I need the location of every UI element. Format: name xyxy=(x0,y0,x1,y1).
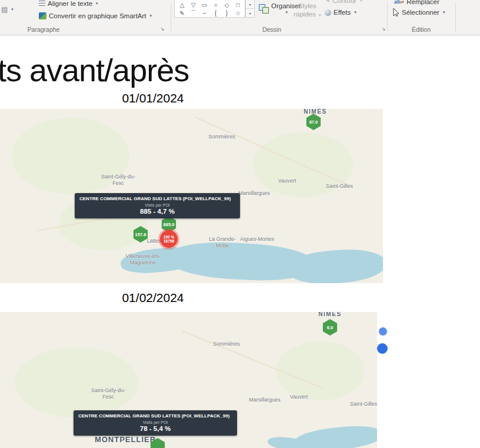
shape-glyph-icon[interactable]: ○ xyxy=(210,1,221,9)
effets-label: Effets xyxy=(334,9,351,16)
shape-glyph-icon[interactable]: } xyxy=(221,9,232,17)
chevron-down-icon: ▾ xyxy=(443,10,445,15)
shape-glyph-icon[interactable]: ▭ xyxy=(199,1,210,9)
effets-button[interactable]: Effets ▾ xyxy=(325,9,356,16)
chevron-down-icon: ▾ xyxy=(285,10,288,15)
slide-title[interactable]: ts avant/après xyxy=(0,52,189,88)
group-separator xyxy=(387,2,388,32)
shapes-row: △▽▭○◇□ xyxy=(175,1,245,9)
application-window: ▤ ▾ Aligner le texte ▾ Convertir en grap… xyxy=(0,0,480,448)
smartart-label: Convertir en graphique SmartArt xyxy=(49,12,146,19)
map-place-label: Lattes xyxy=(147,238,162,244)
remplacer-button[interactable]: ab Remplacer xyxy=(394,0,439,5)
dialog-launcher-icon[interactable]: ↘ xyxy=(381,26,386,32)
poi-hex-marker[interactable]: 87.0 xyxy=(306,114,321,130)
align-text-button[interactable]: Aligner le texte ▾ xyxy=(39,0,98,7)
map-place-label: Vauvert xyxy=(278,178,296,184)
vegetation-area xyxy=(15,347,138,418)
remplacer-label: Remplacer xyxy=(406,0,439,5)
styles-rapides-label-1: Styles xyxy=(298,2,316,10)
shape-glyph-icon[interactable]: ☆ xyxy=(232,9,244,17)
shape-glyph-icon[interactable]: ✎ xyxy=(176,9,188,17)
gallery-more-icon[interactable]: ▾ xyxy=(246,8,254,17)
dialog-launcher-icon[interactable]: ↘ xyxy=(159,26,165,32)
tooltip-value: 78 - 5,4 % xyxy=(78,425,232,432)
align-text-label: Aligner le texte xyxy=(48,0,92,7)
group-label-edition: Édition xyxy=(392,26,451,33)
selectionner-button[interactable]: Sélectionner ▾ xyxy=(393,8,445,16)
chevron-down-icon: ▾ xyxy=(354,10,356,15)
map-place-label: Marsillargues xyxy=(249,397,281,403)
replace-icon: ab xyxy=(394,0,404,5)
scroll-down-icon[interactable]: ▾ xyxy=(246,1,254,9)
map-control-button[interactable] xyxy=(379,327,387,336)
selectionner-label: Sélectionner xyxy=(402,9,439,16)
poi-tooltip: CENTRE COMMERCIAL GRAND SUD LATTES (POI_… xyxy=(75,193,240,218)
shape-glyph-icon[interactable]: ⌒ xyxy=(188,9,199,17)
chevron-down-icon: ▾ xyxy=(96,1,98,6)
map-place-label: Marsillargues xyxy=(238,190,270,197)
align-text-icon xyxy=(39,1,45,6)
contour-button[interactable]: ✎ Contour ▾ xyxy=(325,0,362,4)
ribbon: ▤ ▾ Aligner le texte ▾ Convertir en grap… xyxy=(0,0,480,35)
chevron-down-icon: ▾ xyxy=(319,13,321,17)
effects-icon xyxy=(325,9,331,16)
map-image-before[interactable]: NIMESSommièresSaint-Gély-du-FescVauvertS… xyxy=(0,109,383,283)
group-label-dessin: Dessin xyxy=(242,26,301,33)
map-city-label: NIMES xyxy=(304,109,327,115)
map-place-label: Aigues-Mortes xyxy=(240,236,274,243)
columns-button[interactable]: ▤ ▾ xyxy=(1,5,14,14)
tooltip-title: CENTRE COMMERCIAL GRAND SUD LATTES (POI_… xyxy=(78,413,232,419)
map-city-label: NIMES xyxy=(318,312,342,318)
shape-glyph-icon[interactable]: △ xyxy=(176,1,188,9)
map-place-label: La Grande-Motte xyxy=(209,236,236,250)
map-place-label: Saint-Gilles xyxy=(326,183,353,190)
group-separator xyxy=(171,2,171,32)
shape-glyph-icon[interactable]: { xyxy=(210,9,221,17)
slide-canvas[interactable]: ts avant/après 01/01/2024 NIMESSommières… xyxy=(0,35,480,448)
map-place-label: Sommières xyxy=(213,341,240,347)
group-separator xyxy=(455,2,456,32)
chevron-down-icon: ▾ xyxy=(11,7,14,12)
styles-rapides-button[interactable]: Styles rapides ▾ xyxy=(294,2,321,19)
map-image-after[interactable]: NIMESSommièresSaint-Gély-du-FescVauvertM… xyxy=(0,312,377,448)
map-place-label: Sommières xyxy=(208,134,235,140)
shapes-gallery-scrollbar[interactable]: ▴ ▾ ▾ xyxy=(245,0,255,18)
tooltip-subtitle: Visits per POI xyxy=(78,420,232,424)
map-date-label[interactable]: 01/01/2024 xyxy=(114,91,192,105)
chevron-down-icon: ▾ xyxy=(360,0,362,3)
map-place-label: Villeneuve-lès-Maguelone xyxy=(126,253,161,267)
shape-glyph-icon[interactable]: □ xyxy=(232,1,244,9)
styles-rapides-label-2: rapides xyxy=(294,11,316,18)
smartart-icon xyxy=(39,12,46,19)
cursor-icon xyxy=(393,8,399,16)
smartart-convert-button[interactable]: Convertir en graphique SmartArt ▾ xyxy=(39,12,152,19)
shapes-gallery[interactable]: △▽▭○◇□ ✎⌒⌢{}☆ xyxy=(174,0,245,18)
columns-icon: ▤ xyxy=(1,5,8,14)
poi-tooltip: CENTRE COMMERCIAL GRAND SUD LATTES (POI_… xyxy=(74,410,237,436)
map-date-label[interactable]: 01/02/2024 xyxy=(114,291,192,305)
map-control-button[interactable] xyxy=(377,343,388,354)
shape-glyph-icon[interactable]: ◇ xyxy=(221,1,232,9)
shape-glyph-icon[interactable]: ▽ xyxy=(188,1,199,9)
map-city-label: MONTPELLIER xyxy=(95,435,156,444)
arrange-icon xyxy=(259,4,269,14)
map-place-label: Saint-Gély-du-Fesc xyxy=(101,174,135,187)
vegetation-area xyxy=(276,341,365,400)
map-place-label: Vauvert xyxy=(290,394,308,400)
map-place-label: Saint-Gély-du-Fesc xyxy=(91,387,125,401)
tooltip-subtitle: Visits per POI xyxy=(79,203,235,207)
contour-label: Contour xyxy=(332,0,356,4)
shape-glyph-icon[interactable]: ⌢ xyxy=(199,9,210,17)
tooltip-value: 885 - 4,7 % xyxy=(79,208,235,215)
chevron-down-icon: ▾ xyxy=(150,14,152,18)
shapes-row: ✎⌒⌢{}☆ xyxy=(175,9,245,17)
outline-pencil-icon: ✎ xyxy=(325,0,330,4)
poi-hex-marker[interactable]: 6.0 xyxy=(323,319,338,336)
poi-selected-marker[interactable]: 100 %18756 xyxy=(160,230,178,248)
tooltip-title: CENTRE COMMERCIAL GRAND SUD LATTES (POI_… xyxy=(79,196,235,201)
map-place-label: Saint-Gilles xyxy=(350,401,377,407)
group-label-paragraphe: Paragraphe xyxy=(14,26,73,33)
